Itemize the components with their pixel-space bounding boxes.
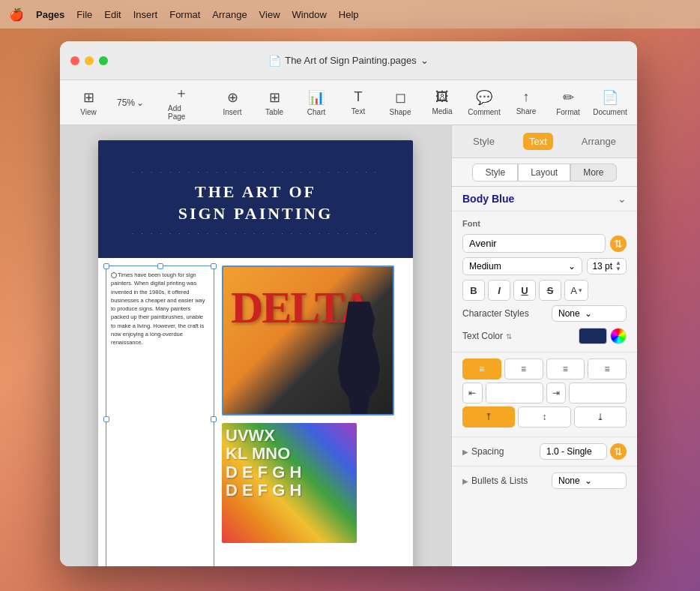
- subtab-style[interactable]: Style: [472, 164, 518, 182]
- character-styles-label: Character Styles: [462, 308, 529, 319]
- font-color-button[interactable]: A ▾: [564, 280, 588, 301]
- menu-help[interactable]: Help: [339, 9, 359, 20]
- maximize-button[interactable]: [99, 56, 108, 65]
- vert-align-top-btn[interactable]: ⤒: [462, 406, 515, 428]
- toolbar-zoom[interactable]: 75% ⌄: [111, 94, 150, 111]
- title-chevron[interactable]: ⌄: [420, 55, 429, 66]
- traffic-lights: [70, 56, 108, 65]
- vert-align-bottom-btn[interactable]: ⤓: [574, 406, 627, 428]
- spacing-section: ▶ Spacing 1.0 - Single ⇅: [452, 437, 637, 466]
- resize-handle-ml[interactable]: [103, 416, 109, 422]
- toolbar-add-page[interactable]: ＋ Add Page: [162, 81, 201, 124]
- italic-button[interactable]: I: [488, 280, 510, 301]
- vert-align-middle-icon: ↕: [542, 412, 546, 422]
- font-color-dropdown[interactable]: ▾: [579, 286, 582, 294]
- app-name[interactable]: Pages: [36, 9, 64, 20]
- indent-increase-btn[interactable]: ⇥: [546, 382, 567, 404]
- zoom-chevron: ⌄: [136, 98, 144, 108]
- menu-view[interactable]: View: [259, 9, 280, 20]
- bullets-expand-arrow[interactable]: ▶: [462, 477, 468, 485]
- content-area: The Art of Sign Painting: [60, 125, 637, 566]
- toolbar-media[interactable]: 🖼 Media: [423, 86, 462, 118]
- menu-arrange[interactable]: Arrange: [212, 9, 247, 20]
- strikethrough-button[interactable]: S: [539, 280, 561, 301]
- tab-style[interactable]: Style: [467, 133, 501, 150]
- page-title: The Art of Sign Painting: [113, 182, 398, 224]
- main-photo[interactable]: DELTA: [222, 266, 394, 416]
- format-buttons-row: B I U S A ▾: [462, 280, 627, 301]
- colorful-photo[interactable]: UVWXKL MNOD E F G HD E F G H: [222, 423, 357, 543]
- bullets-select[interactable]: None ⌄: [552, 472, 627, 489]
- comment-label: Comment: [468, 108, 500, 116]
- menu-format[interactable]: Format: [169, 9, 200, 20]
- align-right-btn[interactable]: ≡: [546, 358, 585, 380]
- menu-edit[interactable]: Edit: [104, 9, 121, 20]
- media-icon: 🖼: [435, 89, 449, 105]
- paragraph-style-chevron[interactable]: ⌄: [618, 193, 627, 205]
- resize-handle-tl[interactable]: [103, 263, 109, 269]
- resize-handle-tm[interactable]: [157, 263, 163, 269]
- text-color-arrows[interactable]: ⇅: [506, 332, 512, 340]
- tab-text[interactable]: Text: [523, 133, 553, 150]
- font-size-down-arrow[interactable]: ▼: [615, 266, 621, 272]
- underline-button[interactable]: U: [513, 280, 536, 301]
- toolbar-view[interactable]: ⊞ View: [69, 86, 108, 119]
- indent-decrease-icon: ⇤: [468, 388, 476, 398]
- toolbar-insert[interactable]: ⊕ Insert: [213, 86, 252, 119]
- font-name-select[interactable]: Avenir: [462, 234, 606, 253]
- media-label: Media: [432, 107, 452, 116]
- toolbar-share[interactable]: ↑ Share: [507, 86, 546, 118]
- vert-align-top-icon: ⤒: [485, 412, 492, 422]
- vert-align-middle-btn[interactable]: ↕: [518, 406, 570, 428]
- close-button[interactable]: [70, 56, 79, 65]
- apple-menu[interactable]: 🍎: [9, 8, 24, 22]
- align-center-btn[interactable]: ≡: [504, 358, 543, 380]
- menu-window[interactable]: Window: [292, 9, 327, 20]
- spacing-label: Spacing: [471, 446, 504, 457]
- text-color-swatch[interactable]: [579, 328, 607, 344]
- toolbar: ⊞ View 75% ⌄ ＋ Add Page ⊕ Insert ⊞ Table…: [60, 80, 637, 125]
- align-left-btn[interactable]: ≡: [462, 358, 501, 380]
- paragraph-style-row[interactable]: Body Blue ⌄: [452, 187, 637, 212]
- horizontal-align-row: ≡ ≡ ≡ ≡: [462, 358, 627, 380]
- share-label: Share: [516, 107, 537, 116]
- spacing-stepper[interactable]: ⇅: [610, 443, 627, 460]
- spacing-value[interactable]: 1.0 - Single: [540, 443, 607, 460]
- font-size-control[interactable]: 13 pt ▲ ▼: [587, 258, 627, 274]
- toolbar-document[interactable]: 📄 Document: [591, 86, 630, 119]
- toolbar-table[interactable]: ⊞ Table: [255, 86, 294, 119]
- indent-row: ⇤ ⇥: [462, 382, 627, 404]
- vertical-align-row: ⤒ ↕ ⤓: [462, 406, 627, 428]
- indent-decrease-btn[interactable]: ⇤: [462, 382, 483, 404]
- resize-handle-mr[interactable]: [211, 416, 217, 422]
- subtab-layout[interactable]: Layout: [518, 164, 570, 182]
- font-weight-select[interactable]: Medium ⌄: [462, 257, 582, 275]
- toolbar-shape[interactable]: ◻ Shape: [381, 86, 420, 119]
- toolbar-format[interactable]: ✏ Format: [549, 86, 588, 119]
- document-icon: 📄: [268, 55, 281, 67]
- font-section: Font Avenir ⇅ Medium ⌄ 13 pt: [452, 212, 637, 352]
- toolbar-comment[interactable]: 💬 Comment: [465, 86, 504, 119]
- font-weight-chevron: ⌄: [568, 261, 576, 272]
- vert-align-bottom-icon: ⤓: [597, 412, 604, 422]
- resize-handle-tr[interactable]: [211, 263, 217, 269]
- character-styles-select[interactable]: None ⌄: [552, 305, 627, 322]
- text-box[interactable]: Times have been tough for sign painters.…: [106, 266, 214, 566]
- chart-icon: 📊: [308, 89, 325, 106]
- tab-arrange[interactable]: Arrange: [576, 133, 622, 150]
- toolbar-text[interactable]: T Text: [339, 86, 378, 118]
- spacing-expand-arrow[interactable]: ▶: [462, 448, 468, 456]
- window-title: 📄 The Art of Sign Painting.pages ⌄: [72, 55, 625, 67]
- document-label: Document: [593, 108, 627, 116]
- toolbar-chart[interactable]: 📊 Chart: [297, 86, 336, 119]
- text-color-wheel[interactable]: [610, 328, 627, 344]
- font-size-arrows[interactable]: ▲ ▼: [615, 260, 621, 272]
- font-arrow-btn[interactable]: ⇅: [610, 236, 627, 252]
- canvas-area[interactable]: The Art of Sign Painting: [60, 125, 451, 566]
- menu-file[interactable]: File: [76, 9, 92, 20]
- minimize-button[interactable]: [85, 56, 94, 65]
- subtab-more[interactable]: More: [570, 164, 616, 182]
- menu-insert[interactable]: Insert: [133, 9, 158, 20]
- align-justify-btn[interactable]: ≡: [588, 358, 627, 380]
- bold-button[interactable]: B: [462, 280, 485, 301]
